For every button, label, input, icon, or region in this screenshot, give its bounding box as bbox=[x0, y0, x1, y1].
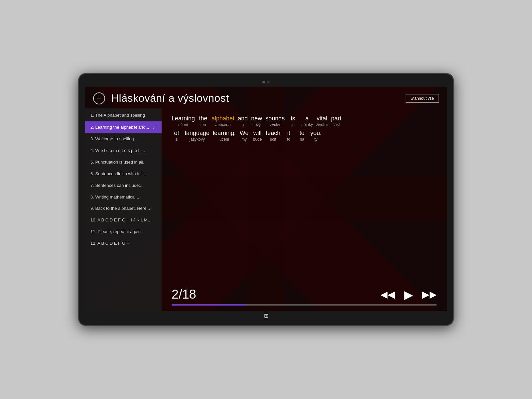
back-button[interactable]: ← bbox=[93, 92, 105, 104]
word-block: Learningučení bbox=[172, 115, 195, 127]
word-english: and bbox=[238, 115, 248, 122]
word-czech: abeceda bbox=[215, 122, 231, 127]
word-czech: ty bbox=[315, 137, 318, 142]
sidebar-item-3[interactable]: 3. Welcome to spelling... bbox=[85, 133, 162, 145]
word-czech: jazykový bbox=[190, 137, 205, 142]
word-block: you.ty bbox=[310, 130, 322, 142]
player-top: 2/18 ◀◀ ▶ ▶▶ bbox=[172, 287, 437, 302]
device: ← Hláskování a výslovnost Stáhnout vše 1… bbox=[78, 73, 454, 326]
sidebar-item-4[interactable]: 4. W e l c o m e t o s p e l l... bbox=[85, 145, 162, 157]
word-czech: bude bbox=[253, 137, 262, 142]
word-block: anéjaký bbox=[301, 115, 313, 127]
sidebar-item-10[interactable]: 10. A B C D E F G H I J K L M... bbox=[85, 214, 162, 226]
sidebar-item-9[interactable]: 9. Back to the alphabet. Here... bbox=[85, 203, 162, 214]
track-counter: 2/18 bbox=[172, 287, 196, 302]
word-english: alphabet bbox=[211, 115, 234, 122]
word-english: new bbox=[251, 115, 262, 122]
word-czech: zvuky bbox=[270, 122, 280, 127]
app-content: ← Hláskování a výslovnost Stáhnout vše 1… bbox=[85, 87, 447, 311]
word-english: a bbox=[306, 115, 309, 122]
word-english: part bbox=[331, 115, 341, 122]
word-czech: ten bbox=[200, 122, 206, 127]
word-english: teach bbox=[266, 130, 280, 137]
progress-bar[interactable] bbox=[172, 304, 437, 306]
playback-controls: ◀◀ ▶ ▶▶ bbox=[380, 288, 437, 301]
camera-lens bbox=[262, 81, 265, 83]
header: ← Hláskování a výslovnost Stáhnout vše bbox=[85, 87, 447, 108]
word-english: learning. bbox=[213, 130, 236, 137]
word-english: is bbox=[291, 115, 295, 122]
word-block: alphabetabeceda bbox=[211, 115, 234, 127]
word-english: you. bbox=[310, 130, 322, 137]
word-english: will bbox=[253, 130, 262, 137]
sidebar-item-6[interactable]: 6. Sentences finish with full... bbox=[85, 168, 162, 180]
word-czech: z bbox=[176, 137, 178, 142]
word-block: ofz bbox=[172, 130, 182, 142]
content-area: Learningučeníthetenalphabetabecedaandane… bbox=[162, 108, 447, 311]
word-block: Wemy bbox=[239, 130, 249, 142]
sidebar-item-2[interactable]: 2. Learning the alphabet and...✓ bbox=[85, 121, 162, 133]
word-block: vitalživotní bbox=[316, 115, 328, 127]
lyric-display: Learningučeníthetenalphabetabecedaandane… bbox=[162, 108, 447, 283]
word-block: languagejazykový bbox=[185, 130, 209, 142]
word-english: the bbox=[199, 115, 207, 122]
sidebar-item-1[interactable]: 1. The Alphabet and spelling bbox=[85, 110, 162, 121]
windows-logo: ⊞ bbox=[264, 313, 268, 319]
word-english: to bbox=[300, 130, 305, 137]
word-czech: to bbox=[287, 137, 290, 142]
word-czech: néjaký bbox=[301, 122, 313, 127]
word-english: We bbox=[240, 130, 249, 137]
sidebar: 1. The Alphabet and spelling2. Learning … bbox=[85, 108, 162, 311]
word-block: teachučit bbox=[266, 130, 280, 142]
play-button[interactable]: ▶ bbox=[404, 288, 413, 301]
word-czech: je bbox=[292, 122, 295, 127]
word-czech: učit bbox=[270, 137, 276, 142]
word-block: learning.učení bbox=[213, 130, 236, 142]
word-block: willbude bbox=[252, 130, 262, 142]
word-czech: životní bbox=[316, 122, 328, 127]
word-block: partčást bbox=[331, 115, 341, 127]
word-english: Learning bbox=[172, 115, 195, 122]
camera-indicator bbox=[267, 81, 270, 83]
word-czech: my bbox=[241, 137, 247, 142]
word-block: isje bbox=[288, 115, 298, 127]
word-czech: učení bbox=[178, 122, 188, 127]
word-czech: část bbox=[332, 122, 340, 127]
lyric-row-2: ofzlanguagejazykovýlearning.učeníWemywil… bbox=[172, 130, 437, 142]
word-english: it bbox=[287, 130, 290, 137]
sidebar-item-11[interactable]: 11. Please, repeat it again: bbox=[85, 226, 162, 238]
word-english: language bbox=[185, 130, 209, 137]
page-title: Hláskování a výslovnost bbox=[111, 92, 400, 104]
sidebar-item-7[interactable]: 7. Sentences can include:... bbox=[85, 180, 162, 192]
sidebar-item-12[interactable]: 12. A B C D E F G H bbox=[85, 238, 162, 249]
download-all-button[interactable]: Stáhnout vše bbox=[406, 94, 439, 103]
main-area: 1. The Alphabet and spelling2. Learning … bbox=[85, 108, 447, 311]
word-czech: nový bbox=[252, 122, 261, 127]
word-block: newnový bbox=[251, 115, 262, 127]
word-english: sounds bbox=[265, 115, 285, 122]
previous-button[interactable]: ◀◀ bbox=[380, 289, 395, 300]
camera-bar bbox=[85, 80, 447, 84]
screen: ← Hláskování a výslovnost Stáhnout vše 1… bbox=[85, 87, 447, 311]
progress-fill bbox=[172, 304, 246, 306]
word-block: theten bbox=[198, 115, 208, 127]
word-block: itto bbox=[284, 130, 294, 142]
word-czech: učení bbox=[219, 137, 229, 142]
word-english: vital bbox=[317, 115, 327, 122]
word-block: tona bbox=[297, 130, 307, 142]
sidebar-item-5[interactable]: 5. Punctuation is used in all... bbox=[85, 157, 162, 168]
word-czech: a bbox=[242, 122, 244, 127]
word-block: soundszvuky bbox=[265, 115, 285, 127]
sidebar-item-8[interactable]: 8. Writing mathematical... bbox=[85, 192, 162, 203]
word-block: anda bbox=[238, 115, 248, 127]
word-czech: na bbox=[300, 137, 304, 142]
next-button[interactable]: ▶▶ bbox=[422, 289, 437, 300]
word-english: of bbox=[174, 130, 179, 137]
player-area: 2/18 ◀◀ ▶ ▶▶ bbox=[162, 283, 447, 311]
lyric-row-1: Learningučeníthetenalphabetabecedaandane… bbox=[172, 115, 437, 127]
windows-taskbar: ⊞ bbox=[264, 311, 268, 320]
